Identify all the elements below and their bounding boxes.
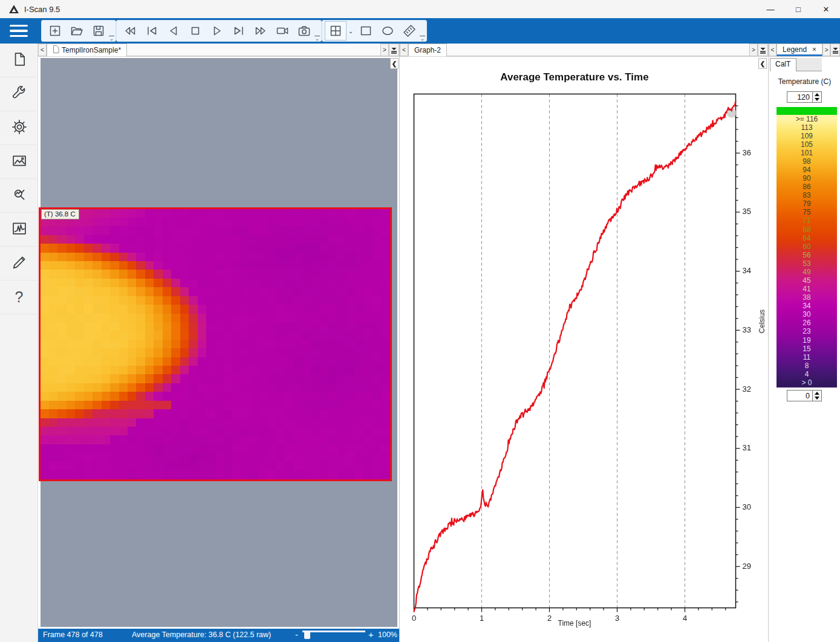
new-frame-button[interactable] — [44, 21, 66, 41]
spin-down-icon[interactable] — [815, 397, 819, 400]
step-back-button[interactable] — [163, 21, 184, 41]
sidebar-item-tools[interactable] — [0, 77, 38, 111]
stop-button[interactable] — [184, 21, 206, 41]
legend-row: 68 — [777, 225, 837, 234]
play-button[interactable] — [206, 21, 228, 41]
toolbar-overflow-icon[interactable]: ⌄ — [314, 36, 320, 41]
toolbar-group-shapes: ⌄⌄ — [322, 20, 427, 42]
legend-row: 34 — [777, 302, 837, 311]
image-panel: < TemplIronSample* > (T) 36.8 C ❮ Frame … — [38, 44, 399, 642]
chart-title: Average Temperature vs. Time — [414, 71, 735, 83]
maximize-button[interactable]: □ — [784, 0, 812, 18]
tab-scroll-right-icon[interactable]: > — [822, 44, 830, 56]
subtab-calt[interactable]: CalT — [770, 58, 796, 71]
sidebar-item-annotate[interactable] — [0, 247, 38, 280]
legend-row: 8 — [777, 362, 837, 370]
tab-close-icon[interactable]: × — [812, 45, 816, 54]
tab-list-menu-button[interactable] — [830, 44, 840, 56]
window-title: I-Scan 9.5 — [24, 5, 60, 14]
save-file-button[interactable] — [88, 21, 109, 41]
collapse-panel-button[interactable]: ❮ — [390, 58, 399, 69]
spin-up-icon[interactable] — [815, 392, 819, 395]
legend-row: 94 — [777, 166, 837, 174]
zoom-slider-handle[interactable] — [304, 631, 310, 639]
toolbar-overflow-icon[interactable]: ⌄ — [109, 36, 114, 41]
grid-dropdown-chevron-icon[interactable]: ⌄ — [347, 21, 355, 41]
min-temperature-input[interactable]: 0 — [787, 390, 812, 401]
legend-row: 30 — [777, 311, 837, 319]
legend-row: 101 — [777, 149, 837, 157]
tools-icon — [11, 85, 28, 104]
legend-panel-tabstrip: < Legend × > — [769, 44, 840, 57]
legend-row: 56 — [777, 251, 837, 259]
status-bar: Frame 478 of 478 Average Temperature: 36… — [38, 629, 399, 642]
ellipse-tool-button[interactable] — [377, 21, 399, 41]
thermal-roi-border[interactable] — [39, 207, 392, 481]
zoom-in-button[interactable]: + — [368, 629, 374, 640]
tab-scroll-right-icon[interactable]: > — [749, 44, 758, 56]
legend-row: 19 — [777, 336, 837, 345]
image-icon — [11, 152, 28, 172]
tab-scroll-right-icon[interactable]: > — [380, 44, 389, 56]
fast-forward-button[interactable] — [250, 21, 272, 41]
thermal-viewport: (T) 36.8 C ❮ — [38, 57, 399, 629]
record-video-button[interactable] — [272, 21, 293, 41]
rewind-button[interactable] — [119, 21, 141, 41]
first-frame-button[interactable] — [141, 21, 163, 41]
thermal-image[interactable] — [41, 209, 390, 479]
zoom-out-button[interactable]: - — [295, 629, 298, 640]
tab-scroll-left-icon[interactable]: < — [400, 44, 408, 56]
tab-scroll-left-icon[interactable]: < — [38, 44, 47, 56]
legend-row: 64 — [777, 234, 837, 242]
sidebar-item-help[interactable]: ? — [0, 280, 38, 314]
tab-label: Graph-2 — [414, 46, 441, 54]
tab-label: Legend — [783, 45, 807, 54]
sidebar-item-settings[interactable] — [0, 111, 38, 145]
help-icon: ? — [15, 288, 24, 306]
tab-graph-2[interactable]: Graph-2 — [408, 44, 447, 56]
spin-down-icon[interactable] — [815, 98, 819, 101]
y-axis-label: Celsius — [758, 310, 766, 333]
spinner-arrows[interactable] — [812, 390, 822, 401]
max-temperature-input[interactable]: 120 — [787, 91, 812, 103]
legend-row: 49 — [777, 268, 837, 276]
settings-icon — [11, 118, 28, 138]
tab-label: TemplIronSample* — [62, 46, 121, 54]
ruler-tool-button[interactable] — [399, 21, 420, 41]
legend-row: 26 — [777, 319, 837, 328]
tab-scroll-left-icon[interactable]: < — [769, 44, 777, 56]
sidebar-item-analyze[interactable] — [0, 179, 38, 213]
zoom-slider-track[interactable] — [302, 631, 365, 632]
min-temperature-spinner: 0 — [787, 390, 822, 401]
rectangle-tool-button[interactable] — [355, 21, 377, 41]
snapshot-button[interactable] — [293, 21, 315, 41]
legend-row: 38 — [777, 294, 837, 302]
tab-legend[interactable]: Legend × — [777, 44, 822, 56]
toolbar-overflow-icon[interactable]: ⌄ — [420, 36, 425, 41]
average-temperature-status: Average Temperature: 36.8 C (122.5 raw) — [132, 631, 271, 639]
minimize-button[interactable]: — — [757, 0, 784, 18]
close-button[interactable]: ✕ — [812, 0, 840, 18]
graph-panel-tabstrip: < Graph-2 > — [400, 44, 768, 57]
spin-up-icon[interactable] — [815, 93, 819, 96]
hamburger-menu-button[interactable] — [10, 24, 28, 38]
temperature-chart[interactable] — [400, 57, 769, 642]
sidebar-item-image[interactable] — [0, 145, 38, 179]
sidebar-item-file[interactable] — [0, 44, 38, 77]
legend-row: 75 — [777, 209, 837, 217]
frame-counter: Frame 478 of 478 — [43, 631, 103, 639]
tab-templironsample[interactable]: TemplIronSample* — [47, 44, 127, 56]
tab-list-menu-button[interactable] — [389, 44, 399, 56]
legend-row: 4 — [777, 370, 837, 378]
left-sidebar: ? — [0, 44, 38, 642]
grid-view-button[interactable] — [325, 21, 347, 41]
legend-scale-title: Temperature (C) — [769, 77, 840, 86]
x-axis-label: Time [sec] — [414, 619, 735, 627]
tab-list-menu-button[interactable] — [758, 44, 768, 56]
last-frame-button[interactable] — [228, 21, 250, 41]
document-icon — [53, 45, 59, 55]
sidebar-item-chart[interactable] — [0, 213, 38, 247]
collapse-panel-button[interactable]: ❮ — [758, 58, 767, 69]
spinner-arrows[interactable] — [812, 91, 822, 103]
open-file-button[interactable] — [66, 21, 88, 41]
